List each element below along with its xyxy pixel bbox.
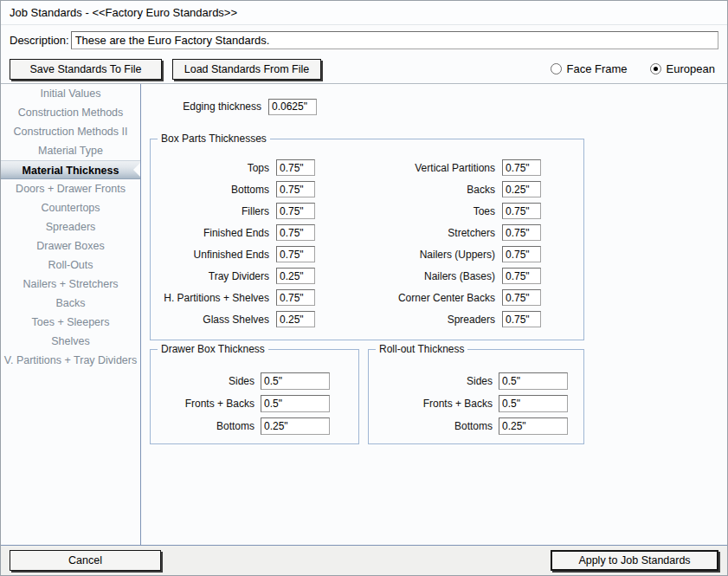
sidebar-item-spreaders[interactable]: Spreaders (1, 217, 140, 236)
tops-label: Tops (155, 162, 269, 174)
stretchers-label: Stretchers (381, 227, 495, 239)
corner-center-backs-label: Corner Center Backs (381, 292, 495, 304)
sidebar-item-nailers-stretchers[interactable]: Nailers + Stretchers (1, 275, 140, 294)
backs-label: Backs (381, 184, 495, 196)
sidebar-item-drawer-boxes[interactable]: Drawer Boxes (1, 236, 140, 256)
h-partitions-shelves-input[interactable] (276, 289, 315, 306)
box-parts-columns: Tops Bottoms Fillers Finished Ends Unfin… (151, 139, 583, 327)
sidebar-item-backs[interactable]: Backs (1, 294, 140, 313)
load-standards-button[interactable]: Load Standards From File (172, 59, 321, 80)
drawer-sides-label: Sides (151, 375, 254, 387)
cancel-button[interactable]: Cancel (10, 550, 161, 571)
save-standards-button[interactable]: Save Standards To File (10, 59, 162, 80)
vertical-partitions-input[interactable] (502, 159, 541, 176)
rollout-bottoms-label: Bottoms (369, 420, 493, 432)
sidebar-item-toes-sleepers[interactable]: Toes + Sleepers (1, 313, 140, 332)
bottoms-label: Bottoms (155, 184, 269, 196)
rollout-fields: Sides Fronts + Backs Bottoms (369, 350, 583, 435)
content-area: Initial Values Construction Methods Cons… (1, 84, 727, 545)
backs-input[interactable] (502, 181, 541, 197)
sidebar-item-v-partitions-tray-dividers[interactable]: V. Partitions + Tray Dividers (1, 351, 140, 370)
window-title: Job Standards - <<Factory Euro Standards… (1, 1, 727, 25)
frame-type-radio-group: Face Frame European (551, 62, 718, 75)
toolbar: Save Standards To File Load Standards Fr… (1, 55, 727, 84)
radio-face-frame-label: Face Frame (567, 62, 628, 75)
spreaders-label: Spreaders (381, 314, 495, 326)
fillers-label: Fillers (155, 205, 269, 217)
stretchers-input[interactable] (502, 224, 541, 241)
tops-input[interactable] (276, 159, 315, 176)
description-input[interactable] (71, 31, 718, 49)
material-thickness-panel: Edging thickness Box Parts Thicknesses T… (141, 84, 727, 545)
box-parts-thicknesses-title: Box Parts Thicknesses (158, 133, 270, 145)
drawer-box-thickness-group: Drawer Box Thickness Sides Fronts + Back… (150, 349, 359, 444)
sidebar-item-construction-methods-ii[interactable]: Construction Methods II (1, 122, 140, 141)
glass-shelves-input[interactable] (276, 311, 315, 327)
glass-shelves-label: Glass Shelves (155, 314, 269, 326)
unfinished-ends-input[interactable] (276, 246, 315, 262)
toes-label: Toes (381, 205, 495, 217)
drawer-fronts-backs-input[interactable] (261, 395, 330, 412)
radio-face-frame[interactable]: Face Frame (551, 62, 628, 75)
rollout-fronts-backs-input[interactable] (499, 395, 568, 412)
edging-thickness-input[interactable] (268, 99, 317, 115)
sidebar-item-doors-drawer-fronts[interactable]: Doors + Drawer Fronts (1, 179, 140, 198)
sidebar-item-construction-methods[interactable]: Construction Methods (1, 103, 140, 122)
box-parts-left-column: Tops Bottoms Fillers Finished Ends Unfin… (155, 159, 315, 327)
sidebar: Initial Values Construction Methods Cons… (1, 84, 141, 545)
lower-groups-row: Drawer Box Thickness Sides Fronts + Back… (150, 349, 727, 444)
edging-thickness-row: Edging thickness (141, 98, 727, 115)
drawer-bottoms-input[interactable] (261, 417, 330, 435)
h-partitions-shelves-label: H. Partitions + Shelves (155, 292, 269, 304)
drawer-bottoms-label: Bottoms (151, 420, 254, 432)
tray-dividers-input[interactable] (276, 268, 315, 284)
fillers-input[interactable] (276, 203, 315, 219)
nailers-bases-input[interactable] (502, 268, 541, 284)
vertical-partitions-label: Vertical Partitions (381, 162, 495, 174)
sidebar-item-initial-values[interactable]: Initial Values (1, 84, 140, 103)
corner-center-backs-input[interactable] (502, 289, 541, 306)
box-parts-thicknesses-group: Box Parts Thicknesses Tops Bottoms Fille… (150, 139, 584, 340)
rollout-bottoms-input[interactable] (499, 417, 568, 435)
nailers-uppers-input[interactable] (502, 246, 541, 262)
rollout-sides-label: Sides (369, 375, 493, 387)
box-parts-right-column: Vertical Partitions Backs Toes Stretcher… (381, 159, 541, 327)
bottoms-input[interactable] (276, 181, 315, 197)
edging-thickness-label: Edging thickness (141, 100, 261, 113)
toes-input[interactable] (502, 203, 541, 219)
finished-ends-input[interactable] (276, 224, 315, 241)
drawer-fronts-backs-label: Fronts + Backs (151, 398, 254, 410)
radio-face-frame-circle[interactable] (551, 63, 562, 74)
sidebar-item-material-type[interactable]: Material Type (1, 141, 140, 160)
drawer-box-thickness-title: Drawer Box Thickness (158, 343, 268, 355)
radio-european-circle[interactable] (650, 63, 661, 74)
apply-to-job-standards-button[interactable]: Apply to Job Standards (551, 550, 718, 571)
description-label: Description: (10, 34, 69, 47)
sidebar-item-roll-outs[interactable]: Roll-Outs (1, 256, 140, 275)
footer-bar: Cancel Apply to Job Standards (1, 545, 727, 575)
drawer-box-fields: Sides Fronts + Backs Bottoms (151, 350, 358, 435)
sidebar-item-countertops[interactable]: Countertops (1, 198, 140, 217)
drawer-sides-input[interactable] (261, 372, 330, 390)
radio-european-label: European (667, 62, 715, 75)
nailers-uppers-label: Nailers (Uppers) (381, 249, 495, 261)
rollout-thickness-title: Roll-out Thickness (376, 343, 467, 355)
rollout-thickness-group: Roll-out Thickness Sides Fronts + Backs … (368, 349, 584, 444)
nailers-bases-label: Nailers (Bases) (381, 270, 495, 282)
unfinished-ends-label: Unfinished Ends (155, 249, 269, 261)
finished-ends-label: Finished Ends (155, 227, 269, 239)
job-standards-dialog: Job Standards - <<Factory Euro Standards… (0, 0, 728, 576)
radio-european[interactable]: European (650, 62, 715, 75)
rollout-sides-input[interactable] (499, 372, 568, 390)
spreaders-input[interactable] (502, 311, 541, 327)
description-row: Description: (1, 25, 727, 55)
tray-dividers-label: Tray Dividers (155, 270, 269, 282)
sidebar-item-shelves[interactable]: Shelves (1, 332, 140, 351)
rollout-fronts-backs-label: Fronts + Backs (369, 398, 493, 410)
sidebar-item-material-thickness[interactable]: Material Thickness (1, 160, 140, 179)
